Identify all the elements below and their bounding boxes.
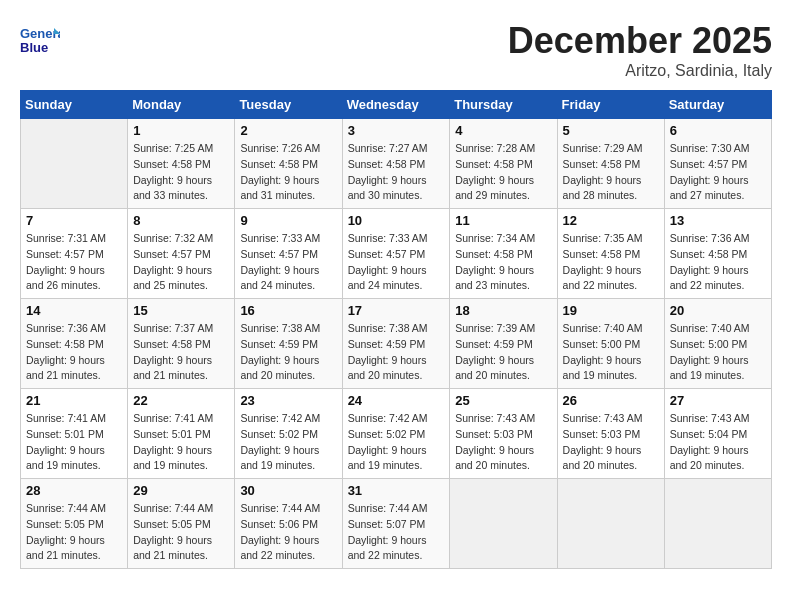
day-number: 6 — [670, 123, 766, 138]
day-detail: Sunrise: 7:44 AMSunset: 5:07 PMDaylight:… — [348, 501, 445, 564]
weekday-header: Tuesday — [235, 91, 342, 119]
calendar-cell: 15Sunrise: 7:37 AMSunset: 4:58 PMDayligh… — [128, 299, 235, 389]
day-number: 20 — [670, 303, 766, 318]
weekday-header: Saturday — [664, 91, 771, 119]
calendar-cell: 26Sunrise: 7:43 AMSunset: 5:03 PMDayligh… — [557, 389, 664, 479]
day-number: 29 — [133, 483, 229, 498]
calendar-cell: 10Sunrise: 7:33 AMSunset: 4:57 PMDayligh… — [342, 209, 450, 299]
day-detail: Sunrise: 7:43 AMSunset: 5:03 PMDaylight:… — [563, 411, 659, 474]
calendar-week-row: 21Sunrise: 7:41 AMSunset: 5:01 PMDayligh… — [21, 389, 772, 479]
day-detail: Sunrise: 7:25 AMSunset: 4:58 PMDaylight:… — [133, 141, 229, 204]
calendar-week-row: 7Sunrise: 7:31 AMSunset: 4:57 PMDaylight… — [21, 209, 772, 299]
calendar-cell: 18Sunrise: 7:39 AMSunset: 4:59 PMDayligh… — [450, 299, 557, 389]
day-number: 26 — [563, 393, 659, 408]
title-area: December 2025 Aritzo, Sardinia, Italy — [508, 20, 772, 80]
day-number: 9 — [240, 213, 336, 228]
calendar-cell — [664, 479, 771, 569]
weekday-header: Sunday — [21, 91, 128, 119]
month-title: December 2025 — [508, 20, 772, 62]
day-detail: Sunrise: 7:34 AMSunset: 4:58 PMDaylight:… — [455, 231, 551, 294]
day-number: 22 — [133, 393, 229, 408]
day-detail: Sunrise: 7:39 AMSunset: 4:59 PMDaylight:… — [455, 321, 551, 384]
calendar-cell: 20Sunrise: 7:40 AMSunset: 5:00 PMDayligh… — [664, 299, 771, 389]
day-number: 30 — [240, 483, 336, 498]
calendar-week-row: 1Sunrise: 7:25 AMSunset: 4:58 PMDaylight… — [21, 119, 772, 209]
page-header: General Blue December 2025 Aritzo, Sardi… — [20, 20, 772, 80]
day-detail: Sunrise: 7:44 AMSunset: 5:06 PMDaylight:… — [240, 501, 336, 564]
calendar-cell: 19Sunrise: 7:40 AMSunset: 5:00 PMDayligh… — [557, 299, 664, 389]
weekday-header: Monday — [128, 91, 235, 119]
day-detail: Sunrise: 7:43 AMSunset: 5:03 PMDaylight:… — [455, 411, 551, 474]
day-number: 31 — [348, 483, 445, 498]
day-number: 18 — [455, 303, 551, 318]
day-number: 1 — [133, 123, 229, 138]
day-number: 16 — [240, 303, 336, 318]
calendar-cell: 17Sunrise: 7:38 AMSunset: 4:59 PMDayligh… — [342, 299, 450, 389]
day-detail: Sunrise: 7:40 AMSunset: 5:00 PMDaylight:… — [563, 321, 659, 384]
calendar-cell: 14Sunrise: 7:36 AMSunset: 4:58 PMDayligh… — [21, 299, 128, 389]
day-detail: Sunrise: 7:26 AMSunset: 4:58 PMDaylight:… — [240, 141, 336, 204]
day-number: 13 — [670, 213, 766, 228]
calendar-cell — [450, 479, 557, 569]
day-detail: Sunrise: 7:32 AMSunset: 4:57 PMDaylight:… — [133, 231, 229, 294]
weekday-header: Wednesday — [342, 91, 450, 119]
day-number: 4 — [455, 123, 551, 138]
weekday-header: Friday — [557, 91, 664, 119]
calendar-cell: 27Sunrise: 7:43 AMSunset: 5:04 PMDayligh… — [664, 389, 771, 479]
day-number: 23 — [240, 393, 336, 408]
day-detail: Sunrise: 7:42 AMSunset: 5:02 PMDaylight:… — [348, 411, 445, 474]
calendar-cell: 23Sunrise: 7:42 AMSunset: 5:02 PMDayligh… — [235, 389, 342, 479]
logo-icon: General Blue — [20, 20, 60, 60]
calendar-cell: 13Sunrise: 7:36 AMSunset: 4:58 PMDayligh… — [664, 209, 771, 299]
day-detail: Sunrise: 7:29 AMSunset: 4:58 PMDaylight:… — [563, 141, 659, 204]
calendar-cell: 24Sunrise: 7:42 AMSunset: 5:02 PMDayligh… — [342, 389, 450, 479]
day-number: 21 — [26, 393, 122, 408]
calendar-cell: 21Sunrise: 7:41 AMSunset: 5:01 PMDayligh… — [21, 389, 128, 479]
calendar-cell: 6Sunrise: 7:30 AMSunset: 4:57 PMDaylight… — [664, 119, 771, 209]
calendar-cell: 11Sunrise: 7:34 AMSunset: 4:58 PMDayligh… — [450, 209, 557, 299]
day-detail: Sunrise: 7:37 AMSunset: 4:58 PMDaylight:… — [133, 321, 229, 384]
svg-text:Blue: Blue — [20, 40, 48, 55]
calendar-cell: 30Sunrise: 7:44 AMSunset: 5:06 PMDayligh… — [235, 479, 342, 569]
day-detail: Sunrise: 7:40 AMSunset: 5:00 PMDaylight:… — [670, 321, 766, 384]
calendar-cell: 29Sunrise: 7:44 AMSunset: 5:05 PMDayligh… — [128, 479, 235, 569]
day-number: 25 — [455, 393, 551, 408]
calendar-week-row: 28Sunrise: 7:44 AMSunset: 5:05 PMDayligh… — [21, 479, 772, 569]
day-detail: Sunrise: 7:27 AMSunset: 4:58 PMDaylight:… — [348, 141, 445, 204]
calendar-cell: 12Sunrise: 7:35 AMSunset: 4:58 PMDayligh… — [557, 209, 664, 299]
calendar-cell: 5Sunrise: 7:29 AMSunset: 4:58 PMDaylight… — [557, 119, 664, 209]
day-detail: Sunrise: 7:31 AMSunset: 4:57 PMDaylight:… — [26, 231, 122, 294]
day-detail: Sunrise: 7:36 AMSunset: 4:58 PMDaylight:… — [670, 231, 766, 294]
day-detail: Sunrise: 7:42 AMSunset: 5:02 PMDaylight:… — [240, 411, 336, 474]
calendar-cell: 28Sunrise: 7:44 AMSunset: 5:05 PMDayligh… — [21, 479, 128, 569]
weekday-header: Thursday — [450, 91, 557, 119]
calendar-cell: 8Sunrise: 7:32 AMSunset: 4:57 PMDaylight… — [128, 209, 235, 299]
calendar-cell: 1Sunrise: 7:25 AMSunset: 4:58 PMDaylight… — [128, 119, 235, 209]
calendar-week-row: 14Sunrise: 7:36 AMSunset: 4:58 PMDayligh… — [21, 299, 772, 389]
day-number: 28 — [26, 483, 122, 498]
day-number: 27 — [670, 393, 766, 408]
day-detail: Sunrise: 7:41 AMSunset: 5:01 PMDaylight:… — [133, 411, 229, 474]
day-detail: Sunrise: 7:41 AMSunset: 5:01 PMDaylight:… — [26, 411, 122, 474]
calendar-cell: 25Sunrise: 7:43 AMSunset: 5:03 PMDayligh… — [450, 389, 557, 479]
day-number: 5 — [563, 123, 659, 138]
day-number: 10 — [348, 213, 445, 228]
calendar-cell: 9Sunrise: 7:33 AMSunset: 4:57 PMDaylight… — [235, 209, 342, 299]
calendar-cell: 31Sunrise: 7:44 AMSunset: 5:07 PMDayligh… — [342, 479, 450, 569]
day-number: 8 — [133, 213, 229, 228]
day-detail: Sunrise: 7:33 AMSunset: 4:57 PMDaylight:… — [348, 231, 445, 294]
day-number: 3 — [348, 123, 445, 138]
day-number: 17 — [348, 303, 445, 318]
day-number: 15 — [133, 303, 229, 318]
calendar-table: SundayMondayTuesdayWednesdayThursdayFrid… — [20, 90, 772, 569]
day-detail: Sunrise: 7:38 AMSunset: 4:59 PMDaylight:… — [348, 321, 445, 384]
day-detail: Sunrise: 7:38 AMSunset: 4:59 PMDaylight:… — [240, 321, 336, 384]
calendar-cell: 22Sunrise: 7:41 AMSunset: 5:01 PMDayligh… — [128, 389, 235, 479]
day-detail: Sunrise: 7:28 AMSunset: 4:58 PMDaylight:… — [455, 141, 551, 204]
day-number: 14 — [26, 303, 122, 318]
calendar-cell — [21, 119, 128, 209]
calendar-body: 1Sunrise: 7:25 AMSunset: 4:58 PMDaylight… — [21, 119, 772, 569]
day-detail: Sunrise: 7:44 AMSunset: 5:05 PMDaylight:… — [133, 501, 229, 564]
day-detail: Sunrise: 7:30 AMSunset: 4:57 PMDaylight:… — [670, 141, 766, 204]
calendar-cell: 4Sunrise: 7:28 AMSunset: 4:58 PMDaylight… — [450, 119, 557, 209]
